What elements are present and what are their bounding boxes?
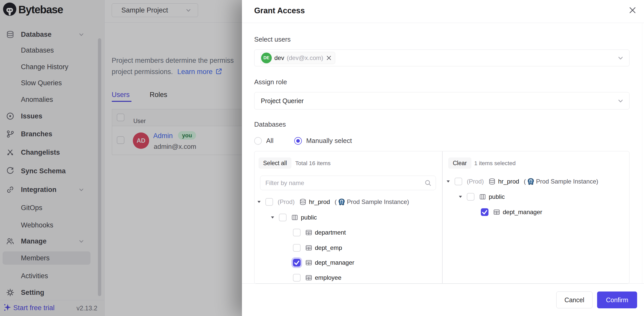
total-items-label: Total 16 items <box>295 160 331 167</box>
modal-scroll-gutter <box>642 23 642 283</box>
select-users-input[interactable]: DE dev (dev@x.com) <box>254 50 629 66</box>
checkbox-dept-manager-right-checked[interactable] <box>481 208 488 216</box>
checkbox-employee[interactable] <box>293 274 301 282</box>
selected-items-label: 1 items selected <box>474 160 516 167</box>
checkbox-department[interactable] <box>293 229 301 236</box>
avatar: DE <box>261 53 272 63</box>
checkbox-public-right[interactable] <box>467 193 474 201</box>
selected-user-chip: DE dev (dev@x.com) <box>260 52 335 64</box>
role-select[interactable]: Project Querier <box>254 92 629 110</box>
check-icon <box>481 208 488 216</box>
modal-title: Grant Access <box>254 6 305 15</box>
databases-radio-group: All Manually select <box>254 137 352 145</box>
radio-all-label: All <box>266 137 274 145</box>
tree-row-department: department <box>293 226 346 239</box>
database-icon <box>488 178 496 185</box>
tree-row-public-selected: public <box>459 191 505 203</box>
filter-input[interactable] <box>260 176 436 190</box>
table-icon <box>305 229 312 236</box>
close-icon[interactable] <box>628 6 637 14</box>
assign-role-label: Assign role <box>254 78 287 86</box>
schema-icon <box>479 193 486 200</box>
tree-row-employee: employee <box>293 272 341 284</box>
database-icon <box>299 198 306 205</box>
search-icon <box>424 179 432 187</box>
modal-header-divider <box>242 23 644 23</box>
collapse-caret-icon[interactable] <box>271 216 274 219</box>
tree-row-hr-prod: (Prod) hr_prod ( Prod Sample Instance) <box>257 196 409 208</box>
confirm-button[interactable]: Confirm <box>597 291 637 308</box>
postgresql-icon <box>338 198 345 205</box>
database-transfer-panel: Select all Total 16 items (Prod) hr_prod… <box>254 151 629 284</box>
chip-user-email: (dev@x.com) <box>287 54 323 62</box>
check-icon <box>293 259 301 266</box>
cancel-button[interactable]: Cancel <box>556 291 593 308</box>
collapse-caret-icon[interactable] <box>446 180 450 183</box>
table-icon <box>305 244 312 251</box>
app-screen: Bytebase Database Databases Change Histo… <box>0 0 644 316</box>
grant-access-modal: Grant Access Select users DE dev (dev@x.… <box>242 0 644 316</box>
radio-manually-select[interactable] <box>294 137 302 145</box>
checkbox-dept-emp[interactable] <box>293 244 301 252</box>
radio-manual-label: Manually select <box>306 137 352 145</box>
role-select-value: Project Querier <box>261 97 304 105</box>
checkbox-hr-prod[interactable] <box>265 198 273 206</box>
schema-icon <box>291 214 298 221</box>
transfer-panel-divider <box>442 151 443 284</box>
table-icon <box>305 274 312 281</box>
tree-row-dept-manager: dept_manager <box>293 257 354 269</box>
chevron-down-icon[interactable] <box>617 54 624 62</box>
chip-user-name: dev <box>274 54 284 62</box>
collapse-caret-icon[interactable] <box>459 196 462 198</box>
clear-button[interactable]: Clear <box>448 157 471 169</box>
select-users-label: Select users <box>254 35 291 43</box>
chevron-down-icon <box>617 97 624 104</box>
table-icon <box>493 209 500 216</box>
checkbox-dept-manager-checked[interactable] <box>293 259 301 266</box>
tree-row-hr-prod-selected: (Prod) hr_prod ( Prod Sample Instance) <box>446 175 598 188</box>
collapse-caret-icon[interactable] <box>257 201 261 203</box>
tree-row-public: public <box>271 211 317 224</box>
databases-label: Databases <box>254 120 286 128</box>
filter-field <box>260 176 436 190</box>
table-icon <box>305 259 312 266</box>
remove-chip-icon[interactable] <box>326 55 332 61</box>
tree-row-dept-emp: dept_emp <box>293 242 342 254</box>
checkbox-hr-prod-right[interactable] <box>455 178 462 185</box>
radio-all[interactable] <box>254 137 262 145</box>
modal-footer-divider <box>242 283 644 284</box>
select-all-button[interactable]: Select all <box>259 157 291 169</box>
checkbox-public[interactable] <box>279 214 287 221</box>
postgresql-icon <box>527 178 534 185</box>
tree-row-dept-manager-selected: dept_manager <box>481 206 542 218</box>
